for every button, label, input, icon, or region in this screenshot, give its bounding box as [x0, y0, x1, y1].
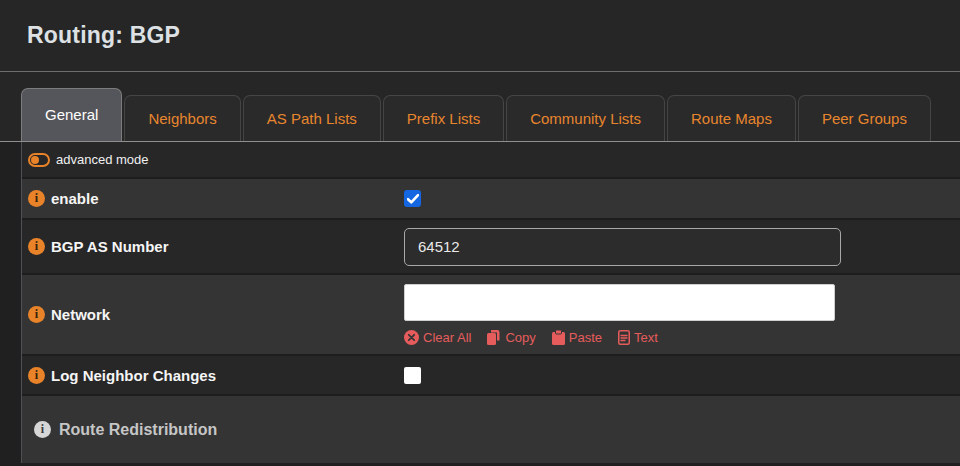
info-icon[interactable]: i [28, 238, 45, 255]
network-input[interactable] [404, 284, 835, 321]
tab-peer-groups[interactable]: Peer Groups [798, 95, 931, 141]
info-icon[interactable]: i [28, 367, 45, 384]
bgp-as-number-row: i BGP AS Number [22, 220, 960, 275]
paste-label: Paste [569, 330, 602, 345]
text-file-icon [618, 330, 630, 345]
enable-row: i enable [22, 179, 960, 220]
info-icon[interactable]: i [34, 421, 51, 438]
network-label: Network [51, 306, 110, 323]
info-icon[interactable]: i [28, 306, 45, 323]
copy-icon [487, 330, 501, 345]
tab-neighbors[interactable]: Neighbors [124, 95, 240, 141]
checkmark-icon [407, 194, 419, 204]
clear-all-icon [404, 330, 419, 345]
bgp-as-number-input[interactable] [404, 228, 841, 266]
bgp-as-number-label: BGP AS Number [51, 238, 169, 255]
advanced-mode-label: advanced mode [56, 152, 149, 167]
toggle-off-icon[interactable] [28, 153, 50, 167]
copy-button[interactable]: Copy [487, 330, 535, 345]
enable-checkbox[interactable] [404, 190, 421, 207]
copy-label: Copy [505, 330, 535, 345]
enable-label: enable [51, 190, 99, 207]
clear-all-label: Clear All [423, 330, 471, 345]
tab-general[interactable]: General [21, 88, 122, 141]
text-button[interactable]: Text [618, 330, 658, 345]
page-header: Routing: BGP [0, 0, 960, 72]
tab-as-path-lists[interactable]: AS Path Lists [243, 95, 381, 141]
log-neighbor-changes-checkbox[interactable] [404, 367, 421, 384]
page-title: Routing: BGP [27, 22, 180, 49]
log-neighbor-changes-label: Log Neighbor Changes [51, 367, 216, 384]
route-redistribution-row: i Route Redistribution [22, 396, 960, 463]
network-actions: Clear All Copy Paste [404, 330, 658, 345]
log-neighbor-changes-row: i Log Neighbor Changes [22, 356, 960, 396]
info-icon[interactable]: i [28, 190, 45, 207]
tab-route-maps[interactable]: Route Maps [667, 95, 796, 141]
tab-prefix-lists[interactable]: Prefix Lists [383, 95, 504, 141]
tab-community-lists[interactable]: Community Lists [506, 95, 665, 141]
network-row: i Network Clear All Copy [22, 275, 960, 356]
text-label: Text [634, 330, 658, 345]
advanced-mode-row[interactable]: advanced mode [22, 142, 960, 179]
tab-bar: General Neighbors AS Path Lists Prefix L… [0, 72, 960, 142]
paste-icon [552, 330, 565, 345]
clear-all-button[interactable]: Clear All [404, 330, 471, 345]
general-form: advanced mode i enable i BGP AS Number i [21, 142, 960, 463]
route-redistribution-label: Route Redistribution [59, 421, 217, 439]
paste-button[interactable]: Paste [552, 330, 602, 345]
